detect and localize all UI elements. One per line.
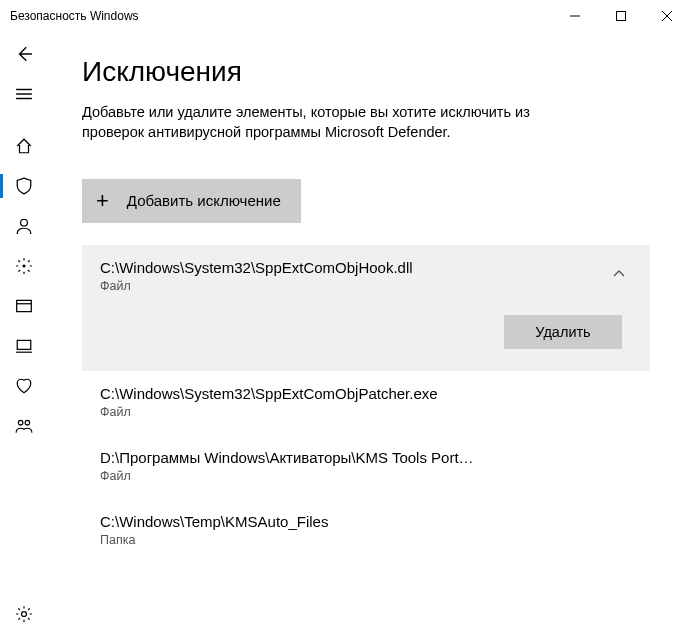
exclusion-type: Папка	[100, 533, 632, 547]
svg-rect-11	[17, 340, 31, 349]
nav-back[interactable]	[0, 34, 48, 74]
exclusion-item[interactable]: D:\Программы Windows\Активаторы\KMS Tool…	[82, 435, 650, 499]
plus-icon: +	[96, 190, 109, 212]
exclusion-path: C:\Windows\System32\SppExtComObjPatcher.…	[100, 385, 480, 402]
nav-device-security[interactable]	[0, 326, 48, 366]
nav-device-health[interactable]	[0, 366, 48, 406]
exclusion-path: C:\Windows\Temp\KMSAuto_Files	[100, 513, 480, 530]
settings-icon	[15, 605, 33, 623]
app-body: Исключения Добавьте или удалите элементы…	[0, 32, 690, 634]
menu-icon	[15, 85, 33, 103]
svg-point-8	[22, 264, 25, 267]
close-button[interactable]	[644, 0, 690, 32]
remove-button[interactable]: Удалить	[504, 315, 622, 349]
close-icon	[662, 11, 672, 21]
chevron-up-icon	[612, 267, 626, 285]
exclusion-path: D:\Программы Windows\Активаторы\KMS Tool…	[100, 449, 480, 466]
nav-firewall[interactable]	[0, 246, 48, 286]
back-icon	[15, 45, 33, 63]
window-buttons	[552, 0, 690, 32]
svg-point-14	[25, 420, 30, 425]
exclusion-path: C:\Windows\System32\SppExtComObjHook.dll	[100, 259, 480, 276]
title-bar: Безопасность Windows	[0, 0, 690, 32]
health-icon	[15, 377, 33, 395]
exclusion-type: Файл	[100, 469, 632, 483]
exclusion-item[interactable]: C:\Windows\System32\SppExtComObjPatcher.…	[82, 371, 650, 435]
svg-point-7	[21, 219, 28, 226]
add-exclusion-button[interactable]: + Добавить исключение	[82, 179, 301, 223]
nav-menu[interactable]	[0, 74, 48, 114]
app-browser-icon	[15, 297, 33, 315]
exclusion-type: Файл	[100, 279, 632, 293]
firewall-icon	[15, 257, 33, 275]
nav-account-protection[interactable]	[0, 206, 48, 246]
exclusion-item[interactable]: C:\Windows\System32\SppExtComObjHook.dll…	[82, 245, 650, 371]
minimize-icon	[570, 11, 580, 21]
minimize-button[interactable]	[552, 0, 598, 32]
nav-family[interactable]	[0, 406, 48, 446]
device-icon	[15, 337, 33, 355]
svg-rect-9	[17, 300, 32, 311]
page-description: Добавьте или удалите элементы, которые в…	[82, 102, 552, 143]
remove-row: Удалить	[100, 315, 632, 349]
account-icon	[15, 217, 33, 235]
nav-app-browser[interactable]	[0, 286, 48, 326]
nav-rail	[0, 32, 48, 634]
family-icon	[15, 417, 33, 435]
nav-home[interactable]	[0, 126, 48, 166]
svg-rect-1	[617, 12, 626, 21]
page-title: Исключения	[82, 56, 650, 88]
svg-point-15	[22, 612, 27, 617]
shield-icon	[15, 177, 33, 195]
home-icon	[15, 137, 33, 155]
exclusion-type: Файл	[100, 405, 632, 419]
maximize-button[interactable]	[598, 0, 644, 32]
nav-settings[interactable]	[0, 594, 48, 634]
exclusion-list: C:\Windows\System32\SppExtComObjHook.dll…	[82, 245, 650, 563]
exclusion-item[interactable]: C:\Windows\Temp\KMSAuto_Files Папка	[82, 499, 650, 563]
maximize-icon	[616, 11, 626, 21]
add-exclusion-label: Добавить исключение	[127, 192, 281, 209]
svg-point-13	[18, 420, 23, 425]
content: Исключения Добавьте или удалите элементы…	[48, 32, 690, 634]
nav-virus-protection[interactable]	[0, 166, 48, 206]
window-title: Безопасность Windows	[10, 9, 139, 23]
